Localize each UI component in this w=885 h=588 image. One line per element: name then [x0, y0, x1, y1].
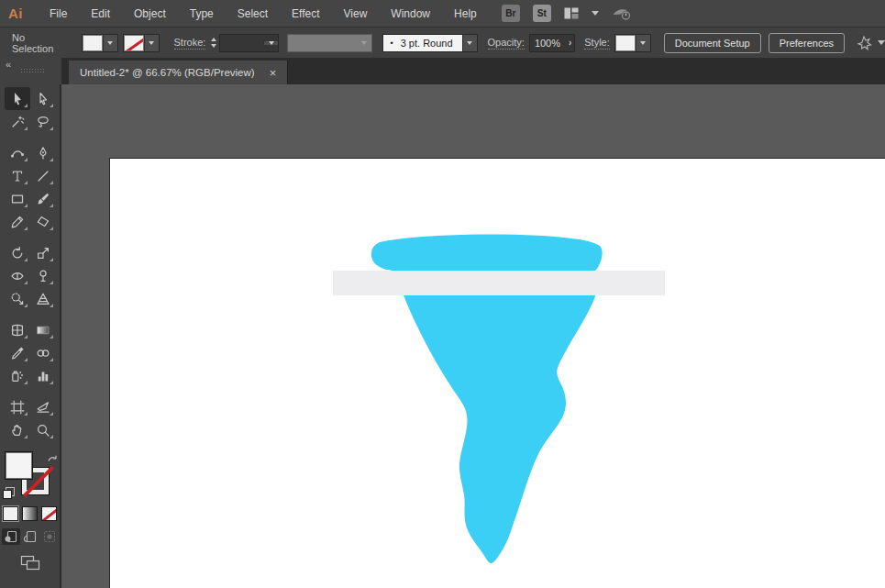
- preferences-button[interactable]: Preferences: [769, 33, 845, 53]
- gradient-icon: [36, 323, 50, 338]
- draw-normal-button[interactable]: [2, 528, 20, 545]
- style-label: Style:: [584, 37, 610, 50]
- brush-name: 3 pt. Round: [401, 38, 453, 49]
- tab-close-icon[interactable]: ×: [270, 67, 277, 79]
- magic-wand-tool[interactable]: [5, 110, 30, 133]
- bridge-button[interactable]: Br: [502, 5, 520, 22]
- style-dropdown[interactable]: [614, 34, 651, 52]
- type-icon: [10, 169, 25, 183]
- rotate-tool[interactable]: [5, 241, 30, 264]
- collapse-panel-icon[interactable]: «: [6, 59, 10, 70]
- gradient-button[interactable]: [22, 506, 38, 521]
- line-segment-tool[interactable]: [30, 164, 56, 187]
- direct-selection-tool[interactable]: [30, 87, 56, 110]
- shape-builder-tool[interactable]: [5, 287, 30, 310]
- menu-bar-right: Br St: [502, 5, 632, 22]
- touch-workspace-chevron-icon[interactable]: [878, 40, 885, 45]
- symbol-sprayer-icon: [10, 369, 25, 383]
- hand-icon: [10, 423, 25, 438]
- rectangle-tool[interactable]: [5, 187, 30, 210]
- curvature-tool[interactable]: [5, 141, 30, 164]
- menu-item-view[interactable]: View: [332, 0, 380, 27]
- swap-fill-stroke-icon[interactable]: [47, 451, 58, 468]
- color-button[interactable]: [3, 506, 18, 521]
- change-screen-mode-icon[interactable]: [0, 554, 60, 571]
- stroke-color-dropdown[interactable]: [123, 34, 160, 52]
- stroke-weight-stepper[interactable]: [211, 38, 216, 48]
- fill-color-dropdown[interactable]: [82, 34, 118, 52]
- workspace-switcher-icon[interactable]: [564, 7, 579, 19]
- workspace-chevron-icon[interactable]: [592, 11, 599, 16]
- menu-item-object[interactable]: Object: [122, 0, 178, 27]
- blend-tool[interactable]: [30, 341, 56, 364]
- column-graph-icon: [36, 369, 50, 383]
- menu-item-edit[interactable]: Edit: [79, 0, 122, 27]
- mesh-icon: [10, 323, 25, 338]
- lasso-tool[interactable]: [30, 110, 56, 133]
- paintbrush-tool[interactable]: [30, 187, 56, 210]
- shaper-icon: [10, 215, 25, 229]
- stock-button[interactable]: St: [533, 5, 551, 22]
- overlap-band-rectangle[interactable]: [333, 271, 665, 295]
- menu-item-type[interactable]: Type: [178, 0, 226, 27]
- brush-chevron-icon[interactable]: [462, 35, 477, 51]
- pen-tool[interactable]: [30, 141, 56, 164]
- perspective-grid-icon: [36, 292, 50, 306]
- selection-tool[interactable]: [5, 87, 30, 110]
- draw-inside-button[interactable]: [40, 528, 59, 545]
- type-tool[interactable]: [5, 164, 30, 187]
- draw-behind-button[interactable]: [21, 528, 39, 545]
- style-swatch[interactable]: [615, 35, 636, 51]
- drawing-modes: [0, 528, 60, 545]
- menu-item-effect[interactable]: Effect: [280, 0, 331, 27]
- none-button[interactable]: [41, 506, 57, 521]
- stroke-weight-chevron-icon[interactable]: [263, 41, 278, 45]
- menu-item-select[interactable]: Select: [226, 0, 280, 27]
- opacity-value: 100%: [535, 38, 560, 49]
- perspective-grid-tool[interactable]: [30, 287, 56, 310]
- document-tab[interactable]: Untitled-2* @ 66.67% (RGB/Preview) ×: [69, 61, 288, 84]
- cc-sync-icon[interactable]: [612, 6, 632, 21]
- shaper-tool[interactable]: [5, 210, 30, 233]
- scale-tool[interactable]: [30, 241, 56, 264]
- slice-tool[interactable]: [30, 395, 56, 418]
- symbol-sprayer-tool[interactable]: [5, 364, 30, 387]
- fill-color-proxy[interactable]: [5, 451, 33, 480]
- opacity-input[interactable]: 100% ›: [529, 34, 575, 52]
- fill-chevron-icon[interactable]: [103, 35, 117, 51]
- default-fill-stroke-icon[interactable]: [3, 487, 15, 499]
- width-tool[interactable]: [5, 264, 30, 287]
- illustrator-logo: Ai: [8, 6, 23, 21]
- gradient-tool[interactable]: [30, 318, 56, 341]
- document-setup-button[interactable]: Document Setup: [664, 33, 761, 53]
- fill-swatch[interactable]: [83, 35, 103, 51]
- tools-panel: [0, 84, 61, 588]
- opacity-label[interactable]: Opacity:: [488, 37, 525, 50]
- artboard-tool[interactable]: [5, 395, 30, 418]
- puppet-warp-icon: [36, 269, 50, 283]
- stroke-weight-label[interactable]: Stroke:: [174, 37, 206, 50]
- artwork-layer: [110, 159, 885, 588]
- brush-definition-dropdown[interactable]: • 3 pt. Round: [382, 34, 478, 52]
- menu-item-window[interactable]: Window: [379, 0, 442, 27]
- panel-grip-handle[interactable]: [20, 68, 44, 73]
- mesh-tool[interactable]: [5, 318, 30, 341]
- selection-status: No Selection: [12, 32, 65, 54]
- stroke-none-swatch[interactable]: [124, 35, 144, 51]
- scale-icon: [36, 246, 50, 261]
- menu-item-file[interactable]: File: [38, 0, 79, 27]
- eyedropper-tool[interactable]: [5, 341, 30, 364]
- column-graph-tool[interactable]: [30, 364, 56, 387]
- opacity-flyout-icon[interactable]: ›: [569, 38, 571, 48]
- touch-workspace-icon[interactable]: [856, 36, 872, 50]
- hand-tool[interactable]: [5, 418, 30, 441]
- zoom-tool[interactable]: [30, 418, 56, 441]
- menu-bar: Ai FileEditObjectTypeSelectEffectViewWin…: [0, 0, 885, 28]
- stroke-chevron-icon[interactable]: [144, 35, 159, 51]
- stroke-weight-select[interactable]: [219, 34, 279, 52]
- eraser-tool[interactable]: [30, 210, 56, 233]
- menu-item-help[interactable]: Help: [442, 0, 489, 27]
- style-chevron-icon[interactable]: [636, 35, 650, 51]
- paintbrush-icon: [36, 192, 50, 206]
- puppet-warp-tool[interactable]: [30, 264, 56, 287]
